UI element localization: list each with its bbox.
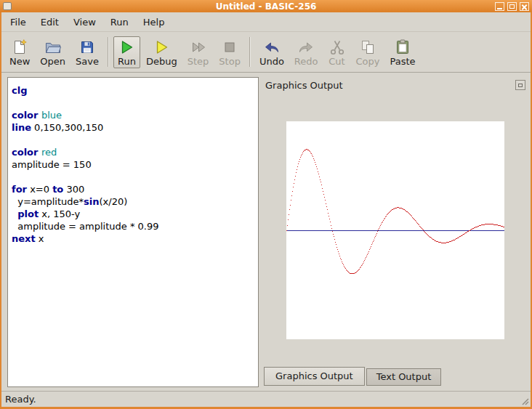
titlebar[interactable]: Untitled - BASIC-256 bbox=[0, 0, 532, 12]
undock-icon bbox=[518, 84, 523, 87]
code-line bbox=[12, 171, 254, 183]
close-icon[interactable] bbox=[520, 2, 529, 11]
minimize-icon[interactable] bbox=[495, 2, 504, 11]
code-line: amplitude = amplitude * 0.99 bbox=[12, 220, 254, 232]
paste-button[interactable]: Paste bbox=[386, 36, 420, 68]
code-line bbox=[12, 97, 254, 109]
tool-label: Undo bbox=[259, 56, 284, 67]
code-line: y=amplitude*sin(x/20) bbox=[12, 195, 254, 208]
code-line bbox=[12, 134, 254, 146]
window-controls bbox=[495, 2, 529, 11]
redo-icon bbox=[297, 39, 315, 56]
stop-button: Stop bbox=[214, 36, 245, 68]
tool-label: Cut bbox=[329, 56, 344, 67]
tool-label: Redo bbox=[294, 56, 318, 67]
code-line: plot x, 150-y bbox=[12, 208, 254, 220]
menu-item-view[interactable]: View bbox=[66, 14, 103, 31]
save-button[interactable]: Save bbox=[71, 36, 103, 68]
code-line: line 0,150,300,150 bbox=[12, 121, 254, 134]
code-line: next x bbox=[12, 232, 254, 245]
basic256-window: Untitled - BASIC-256 FileEditViewRunHelp… bbox=[0, 0, 532, 409]
code-line: amplitude = 150 bbox=[12, 158, 254, 171]
output-tabbar: Graphics OutputText Output bbox=[264, 367, 527, 387]
window-body: FileEditViewRunHelp NewOpenSaveRunDebugS… bbox=[1, 12, 531, 407]
open-button[interactable]: Open bbox=[36, 36, 70, 68]
paste-icon bbox=[394, 39, 411, 56]
tool-label: Open bbox=[40, 56, 65, 67]
debug-button[interactable]: Debug bbox=[142, 36, 182, 68]
step-button: Step bbox=[183, 36, 214, 68]
tool-label: Step bbox=[188, 56, 209, 67]
code-editor[interactable]: clg color blueline 0,150,300,150 color r… bbox=[7, 77, 259, 387]
cut-icon bbox=[329, 39, 346, 56]
step-icon bbox=[190, 39, 207, 56]
tool-label: Run bbox=[118, 56, 136, 67]
undock-panel-button[interactable] bbox=[515, 80, 525, 90]
menu-item-file[interactable]: File bbox=[3, 14, 33, 31]
stop-icon bbox=[221, 39, 238, 56]
tab-text-output[interactable]: Text Output bbox=[366, 368, 442, 386]
new-icon bbox=[11, 39, 28, 56]
new-button[interactable]: New bbox=[5, 36, 34, 68]
tab-graphics-output[interactable]: Graphics Output bbox=[264, 367, 365, 386]
code-line: for x=0 to 300 bbox=[12, 183, 254, 195]
undo-icon bbox=[263, 39, 281, 56]
graphics-output-area bbox=[264, 93, 527, 367]
menu-item-help[interactable]: Help bbox=[136, 14, 172, 31]
menu-item-run[interactable]: Run bbox=[103, 14, 136, 31]
graphics-canvas bbox=[286, 121, 504, 339]
code-line: clg bbox=[12, 84, 254, 97]
menubar: FileEditViewRunHelp bbox=[1, 12, 531, 32]
tool-label: New bbox=[9, 56, 30, 67]
save-icon bbox=[78, 39, 96, 56]
tool-label: Copy bbox=[356, 56, 380, 67]
statusbar: Ready. bbox=[1, 391, 531, 407]
status-text: Ready. bbox=[5, 394, 36, 405]
toolbar: NewOpenSaveRunDebugStepStopUndoRedoCutCo… bbox=[1, 32, 531, 73]
maximize-icon[interactable] bbox=[507, 2, 517, 11]
splitter[interactable] bbox=[259, 77, 264, 387]
toolbar-separator bbox=[108, 37, 109, 67]
graphics-output-label: Graphics Output bbox=[265, 80, 343, 91]
graphics-panel: Graphics Output Graphics OutputText Outp… bbox=[264, 77, 527, 387]
main-area: clg color blueline 0,150,300,150 color r… bbox=[1, 73, 531, 391]
tool-label: Debug bbox=[146, 56, 177, 67]
code-line: color blue bbox=[12, 109, 254, 121]
cut-button: Cut bbox=[324, 36, 350, 68]
code-line: color red bbox=[12, 146, 254, 158]
menu-item-edit[interactable]: Edit bbox=[33, 14, 66, 31]
window-icon bbox=[3, 2, 12, 10]
copy-icon bbox=[359, 39, 376, 56]
undo-button[interactable]: Undo bbox=[255, 36, 289, 68]
tool-label: Stop bbox=[219, 56, 241, 67]
tool-label: Paste bbox=[390, 56, 416, 67]
redo-button: Redo bbox=[290, 36, 323, 68]
run-button[interactable]: Run bbox=[113, 36, 140, 68]
resize-grip[interactable] bbox=[520, 397, 530, 406]
window-title: Untitled - BASIC-256 bbox=[0, 1, 532, 12]
graphics-panel-header: Graphics Output bbox=[264, 77, 527, 93]
run-icon bbox=[118, 39, 135, 56]
toolbar-separator bbox=[249, 37, 251, 67]
tool-label: Save bbox=[76, 56, 99, 67]
debug-icon bbox=[153, 39, 170, 56]
open-icon bbox=[44, 39, 62, 56]
copy-button: Copy bbox=[352, 36, 384, 68]
